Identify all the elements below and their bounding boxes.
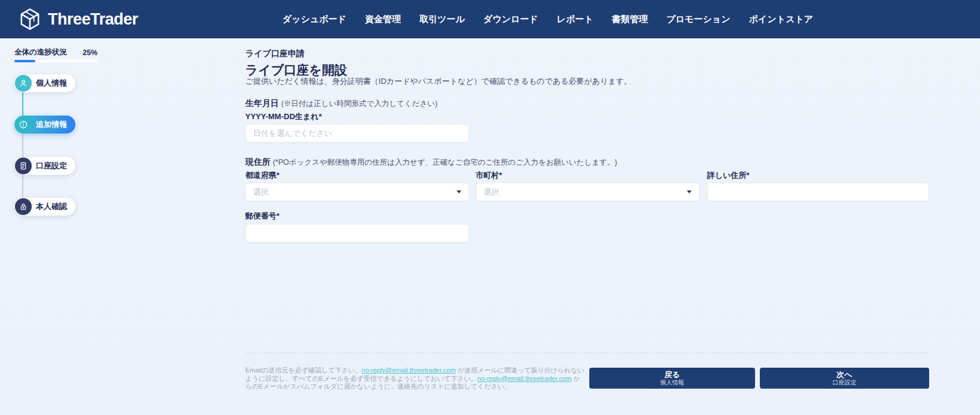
nav-document-management[interactable]: 書類管理 <box>612 14 648 25</box>
progress-header: 全体の進捗状況 25% <box>14 47 98 57</box>
step-personal-info[interactable]: 個人情報 <box>14 74 75 92</box>
city-placeholder: 選択 <box>483 187 499 198</box>
threetrader-cube-icon <box>18 7 42 31</box>
dob-field-label: YYYY-MM-DD生まれ* <box>245 111 322 122</box>
back-button-label: 戻る <box>664 370 680 379</box>
live-account-application-page: ThreeTrader ダッシュボード 資金管理 取引ツール ダウンロード レポ… <box>0 0 980 415</box>
address-section-title: 現住所 <box>245 157 270 166</box>
document-icon <box>15 157 32 174</box>
email-confirmation-note: Emailの送信元を必ず確認して下さい。no-reply@email.three… <box>245 366 585 391</box>
chevron-down-icon <box>687 190 692 193</box>
postal-code-label: 郵便番号* <box>245 211 279 222</box>
address-section-note: (*POボックスや郵便物専用の住所は入力せず、正確なご自宅のご住所のご入力をお願… <box>273 158 617 166</box>
step-label-personal-info: 個人情報 <box>36 78 67 89</box>
page-subtitle: ご提供いただく情報は、身分証明書（IDカードやパスポートなど）で確認できるもので… <box>245 76 632 87</box>
main-nav: ダッシュボード 資金管理 取引ツール ダウンロード レポート 書類管理 プロモー… <box>282 0 813 38</box>
nav-trading-tools[interactable]: 取引ツール <box>419 14 465 25</box>
step-label-account-settings: 口座設定 <box>36 160 67 171</box>
back-button[interactable]: 戻る 個人情報 <box>589 368 755 389</box>
chevron-down-icon <box>456 190 461 193</box>
step-account-settings[interactable]: 口座設定 <box>14 157 75 175</box>
person-icon <box>15 75 32 92</box>
city-label: 市町村* <box>476 170 502 181</box>
postal-code-input[interactable] <box>245 224 469 243</box>
step-label-additional-info: 追加情報 <box>36 119 67 130</box>
nav-download[interactable]: ダウンロード <box>483 14 538 25</box>
nav-funds-management[interactable]: 資金管理 <box>365 14 401 25</box>
street-address-input[interactable] <box>707 183 929 201</box>
prefecture-select[interactable]: 選択 <box>245 183 469 201</box>
breadcrumb: ライブ口座申請 <box>245 49 305 59</box>
nav-point-store[interactable]: ポイントストア <box>749 14 813 25</box>
brand-logo-link[interactable]: ThreeTrader <box>18 7 138 31</box>
noreply-email-link[interactable]: no-reply@email.threetrader.com <box>477 375 571 382</box>
address-section-label: 現住所 (*POボックスや郵便物専用の住所は入力せず、正確なご自宅のご住所のご入… <box>245 157 617 168</box>
street-address-label: 詳しい住所* <box>707 170 750 181</box>
step-label-identity-verification: 本人確認 <box>36 201 67 212</box>
top-navbar: ThreeTrader ダッシュボード 資金管理 取引ツール ダウンロード レポ… <box>0 0 980 38</box>
nav-dashboard[interactable]: ダッシュボード <box>282 14 346 25</box>
next-button-label: 次へ <box>836 370 852 379</box>
dob-input[interactable] <box>245 124 469 143</box>
nav-report[interactable]: レポート <box>557 14 594 25</box>
info-icon <box>15 116 32 133</box>
nav-promotion[interactable]: プロモーション <box>666 14 731 25</box>
dob-section-note: (※日付は正しい時間形式で入力してください) <box>281 99 437 108</box>
city-select[interactable]: 選択 <box>476 183 699 201</box>
step-identity-verification[interactable]: 本人確認 <box>14 198 75 216</box>
progress-percentage: 25% <box>83 49 98 57</box>
lock-icon <box>15 198 32 215</box>
noreply-email-link[interactable]: no-reply@email.threetrader.com <box>361 366 455 374</box>
brand-name: ThreeTrader <box>48 10 138 29</box>
progress-bar <box>14 60 98 62</box>
note-text-1: Emailの送信元を必ず確認して下さい。 <box>245 366 361 374</box>
footer-divider <box>245 353 929 353</box>
step-additional-info[interactable]: 追加情報 <box>14 116 75 134</box>
next-button[interactable]: 次へ 口座設定 <box>760 368 929 389</box>
prefecture-placeholder: 選択 <box>253 187 269 198</box>
dob-section-label: 生年月日 (※日付は正しい時間形式で入力してください) <box>245 98 437 109</box>
prefecture-label: 都道府県* <box>245 170 279 181</box>
progress-fill <box>14 60 35 62</box>
next-button-sublabel: 口座設定 <box>833 379 857 386</box>
progress-label: 全体の進捗状況 <box>14 47 67 57</box>
back-button-sublabel: 個人情報 <box>661 379 684 386</box>
dob-section-title: 生年月日 <box>245 98 279 108</box>
